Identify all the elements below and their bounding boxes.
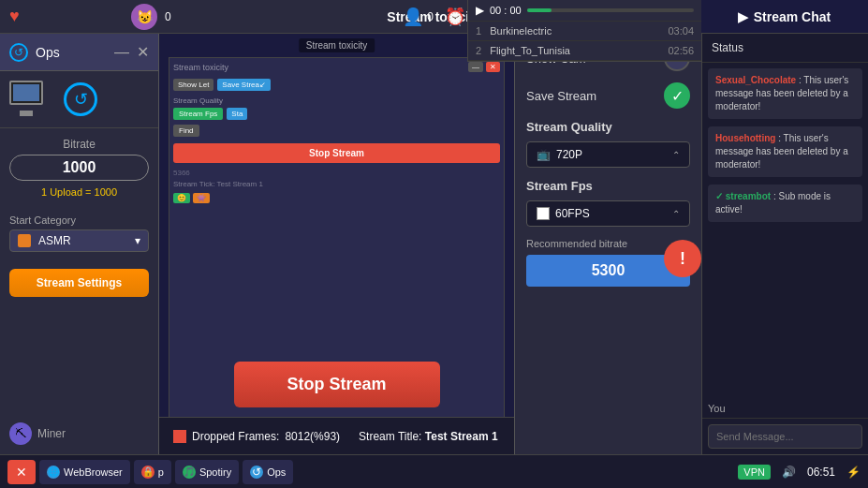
widget-close[interactable]: ✕ bbox=[486, 62, 500, 72]
save-stream-toggle[interactable]: ✓ bbox=[664, 82, 690, 109]
chat-messages: Sexual_Chocolate : This user's message h… bbox=[702, 63, 868, 399]
chat-input-area[interactable] bbox=[702, 418, 868, 454]
taskbar-ops[interactable]: ↺ Ops bbox=[243, 460, 293, 484]
battery-icon: ⚡ bbox=[846, 466, 861, 479]
char2-count: 0 bbox=[427, 10, 434, 23]
music-track-1[interactable]: 1 Burkinelectric 03:04 bbox=[468, 22, 701, 41]
refresh-icon: ↺ bbox=[64, 82, 97, 116]
dropped-frames-value: 8012(%93) bbox=[285, 430, 340, 443]
top-bar: ♥ 😺 0 Stream toxicity 👤 0 ⏰ ☁ ▶ Stream C… bbox=[0, 0, 868, 34]
bitrate-label: Bitrate bbox=[9, 138, 149, 151]
stream-title-value: Test Stream 1 bbox=[425, 430, 498, 443]
spotiry-icon: 🎵 bbox=[183, 466, 196, 479]
p-label: p bbox=[158, 466, 164, 478]
top-bar-left: ♥ bbox=[0, 7, 20, 26]
track2-name: Flight_To_Tunisia bbox=[490, 45, 570, 56]
quality-dropdown[interactable]: 📺 720P ⌃ bbox=[526, 141, 690, 168]
ops-taskbar-icon: ↺ bbox=[250, 466, 263, 479]
quality-chevron: ⌃ bbox=[672, 150, 680, 160]
widget-emoji2: 👾 bbox=[193, 193, 210, 203]
chat-status: Status bbox=[702, 34, 868, 63]
widget-show-let: Show Let bbox=[173, 79, 213, 91]
you-label-area: You bbox=[702, 399, 868, 418]
stream-title-section: Stream Title: Test Stream 1 bbox=[359, 430, 498, 443]
widget-find: Find bbox=[173, 125, 199, 137]
webbrowser-label: WebBrowser bbox=[64, 466, 123, 478]
stream-inner-title: Stream toxicity bbox=[299, 38, 375, 52]
progress-fill bbox=[527, 8, 552, 12]
miner-label: Miner bbox=[37, 427, 66, 440]
track1-name: Burkinelectric bbox=[490, 25, 552, 37]
widget-minimize[interactable]: — bbox=[468, 62, 483, 72]
username-3: ✓ streambot bbox=[715, 191, 771, 201]
category-section: Start Category ASMR ▾ bbox=[0, 207, 158, 259]
computer-icon-area: ↺ bbox=[0, 71, 158, 128]
quality-value: 720P bbox=[556, 148, 582, 161]
widget-stream-quality: Stream Quality bbox=[173, 96, 500, 105]
asmr-icon bbox=[18, 234, 31, 247]
chat-panel: Status Sexual_Chocolate : This user's me… bbox=[701, 34, 868, 454]
chat-input[interactable] bbox=[708, 424, 862, 449]
stream-fps-section: Stream Fps 60FPS ⌃ bbox=[526, 179, 690, 227]
vpn-badge: VPN bbox=[738, 465, 771, 480]
stream-preview: Stream toxicity Stream toxicity — ✕ Show… bbox=[159, 34, 514, 454]
category-label: Start Category bbox=[9, 214, 149, 226]
stream-fps-header: Stream Fps bbox=[526, 179, 690, 193]
taskbar: ✕ 🌐 WebBrowser 🔒 p 🎵 Spotiry ↺ Ops VPN 🔊… bbox=[0, 454, 868, 488]
fps-dropdown[interactable]: 60FPS ⌃ bbox=[526, 200, 690, 227]
recommended-label: Recommended bitrate bbox=[526, 238, 690, 249]
progress-container bbox=[527, 8, 694, 12]
monitor-stand bbox=[20, 111, 33, 116]
taskbar-p[interactable]: 🔒 p bbox=[134, 460, 171, 484]
notification-badge[interactable]: ! bbox=[664, 240, 701, 277]
sound-icon: 🔊 bbox=[782, 466, 796, 479]
lock-icon: 🔒 bbox=[141, 466, 154, 479]
ops-title: Ops bbox=[36, 45, 60, 60]
username-2: Househotting bbox=[715, 133, 775, 143]
music-track-2[interactable]: 2 Flight_To_Tunisia 02:56 bbox=[468, 41, 701, 61]
widget-stream-number: 5366 bbox=[173, 169, 500, 177]
play-button[interactable]: ▶ bbox=[476, 4, 484, 17]
save-stream-row: Save Stream ✓ bbox=[526, 82, 690, 109]
clock-icon: ⏰ bbox=[445, 7, 465, 27]
category-value: ASMR bbox=[38, 234, 71, 247]
taskbar-right: VPN 🔊 06:51 ⚡ bbox=[738, 465, 861, 480]
start-button[interactable]: ✕ bbox=[7, 460, 36, 484]
chat-message-3: ✓ streambot : Sub mode is active! bbox=[708, 185, 862, 222]
status-label: Status bbox=[712, 41, 743, 54]
time-display: 00 : 00 bbox=[490, 5, 522, 16]
stream-chat-header: ▶ Stream Chat bbox=[699, 0, 868, 33]
miner-avatar: ⛏ bbox=[9, 422, 32, 445]
notification-icon: ! bbox=[680, 249, 685, 269]
widget-tick: Stream Tick: Test Stream 1 bbox=[173, 180, 500, 188]
stream-chat-title: Stream Chat bbox=[754, 9, 831, 24]
ops-refresh-icon: ↺ bbox=[9, 43, 28, 62]
upload-info: 1 Upload = 1000 bbox=[9, 186, 149, 198]
stream-quality-section: Stream Quality 📺 720P ⌃ bbox=[526, 120, 690, 168]
quality-icon: 📺 bbox=[537, 148, 551, 161]
stream-settings-button[interactable]: Stream Settings bbox=[9, 269, 149, 297]
ops-close-button[interactable]: ✕ bbox=[137, 43, 149, 61]
heart-icon: ♥ bbox=[9, 7, 20, 26]
bitrate-section: Bitrate 1000 1 Upload = 1000 bbox=[0, 128, 158, 207]
char1-count: 0 bbox=[165, 10, 171, 23]
chat-message-2: Househotting : This user's message has b… bbox=[708, 126, 862, 177]
bitrate-value: 1000 bbox=[9, 155, 149, 181]
chat-message-1: Sexual_Chocolate : This user's message h… bbox=[708, 68, 862, 119]
category-dropdown[interactable]: ASMR ▾ bbox=[9, 229, 149, 252]
track2-duration: 02:56 bbox=[668, 45, 694, 56]
computer-icon bbox=[9, 81, 56, 118]
stop-stream-button[interactable]: Stop Stream bbox=[234, 362, 440, 407]
widget-stop-stream-btn[interactable]: Stop Stream bbox=[173, 143, 500, 163]
main-area: ↺ Ops — ✕ ↺ Bitrate 1000 1 Upload = 1000… bbox=[0, 34, 868, 454]
webbrowser-icon: 🌐 bbox=[47, 466, 60, 479]
monitor bbox=[9, 81, 43, 105]
fps-checkbox bbox=[537, 207, 550, 220]
username-1: Sexual_Chocolate bbox=[715, 75, 796, 85]
fps-value: 60FPS bbox=[555, 207, 590, 220]
track2-num: 2 bbox=[476, 45, 481, 56]
taskbar-spotiry[interactable]: 🎵 Spotiry bbox=[175, 460, 239, 484]
taskbar-time: 06:51 bbox=[807, 466, 835, 479]
ops-minimize-button[interactable]: — bbox=[114, 44, 129, 61]
taskbar-webbrowser[interactable]: 🌐 WebBrowser bbox=[39, 460, 130, 484]
